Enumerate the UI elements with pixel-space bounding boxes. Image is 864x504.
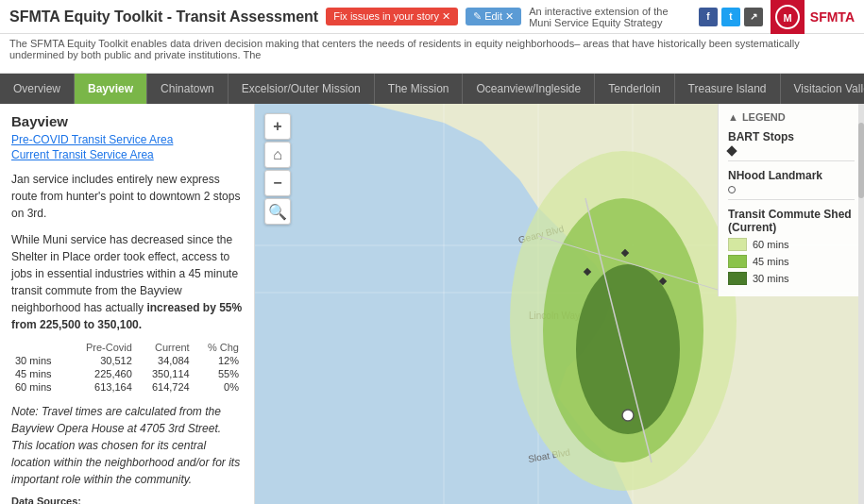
- table-row: 30 mins30,51234,08412%: [11, 354, 243, 367]
- cell-time: 30 mins: [11, 354, 67, 367]
- pre-covid-link[interactable]: Pre-COVID Transit Service Area: [11, 133, 243, 146]
- svg-point-15: [576, 264, 680, 434]
- legend-item-label: 30 mins: [753, 273, 789, 284]
- cell-pct: 12%: [194, 354, 243, 367]
- legend-item-label: 45 mins: [753, 256, 789, 267]
- col-current: Current: [136, 341, 194, 354]
- cell-current: 614,724: [136, 380, 194, 394]
- search-button[interactable]: 🔍: [264, 198, 291, 225]
- nav-tabs: OverviewBayviewChinatownExcelsior/Outer …: [0, 74, 864, 104]
- svg-point-19: [622, 410, 634, 421]
- cell-pre_covid: 225,460: [67, 367, 136, 380]
- zoom-in-button[interactable]: +: [264, 113, 291, 140]
- bart-stop-item: [728, 147, 855, 155]
- share-icon[interactable]: ↗: [744, 8, 763, 26]
- cell-time: 60 mins: [11, 380, 67, 394]
- nav-tab-overview[interactable]: Overview: [0, 74, 75, 104]
- nav-tab-the-mission[interactable]: The Mission: [375, 74, 464, 104]
- legend-item: 45 mins: [728, 255, 855, 268]
- map-controls: + ⌂ − 🔍: [264, 113, 291, 225]
- cell-time: 45 mins: [11, 367, 67, 380]
- main-content: Bayview Pre-COVID Transit Service Area C…: [0, 104, 864, 504]
- description-para2: While Muni service has decreased since t…: [11, 231, 243, 333]
- cell-pre_covid: 30,512: [67, 354, 136, 367]
- col-time: [11, 341, 67, 354]
- header-description: An interactive extension of the Muni Ser…: [529, 6, 691, 28]
- home-button[interactable]: ⌂: [264, 142, 291, 168]
- logo-box: M: [771, 0, 805, 34]
- svg-text:M: M: [783, 12, 791, 24]
- legend-item: 60 mins: [728, 238, 855, 251]
- cell-pct: 55%: [194, 367, 243, 380]
- legend-title: LEGEND: [742, 111, 786, 123]
- current-transit-link[interactable]: Current Transit Service Area: [11, 148, 243, 161]
- nav-tab-chinatown[interactable]: Chinatown: [147, 74, 229, 104]
- cell-current: 34,084: [136, 354, 194, 367]
- cell-pre_covid: 613,164: [67, 380, 136, 394]
- transit-shed-label: Transit Commute Shed (Current): [728, 208, 855, 234]
- legend-item-label: 60 mins: [753, 239, 789, 250]
- stats-table: Pre-Covid Current % Chg 30 mins30,51234,…: [11, 341, 243, 394]
- legend-header: ▲ LEGEND: [728, 111, 855, 123]
- header: SFMTA Equity Toolkit - Transit Assessmen…: [0, 0, 864, 34]
- data-sources-title: Data Sources:: [11, 496, 243, 504]
- col-pre-covid: Pre-Covid: [67, 341, 136, 354]
- sub-header: The SFMTA Equity Toolkit enables data dr…: [0, 34, 864, 74]
- nhood-landmark-label: NHood Landmark: [728, 169, 855, 182]
- nav-tab-bayview[interactable]: Bayview: [75, 74, 147, 104]
- legend-color-swatch: [728, 255, 747, 268]
- logo-text: SFMTA: [810, 9, 855, 25]
- neighborhood-title: Bayview: [11, 113, 243, 129]
- fix-issues-button[interactable]: Fix issues in your story ✕: [326, 8, 458, 25]
- legend-color-swatch: [728, 272, 747, 285]
- bart-stops-label: BART Stops: [728, 130, 855, 143]
- legend-color-swatch: [728, 238, 747, 251]
- facebook-icon[interactable]: f: [699, 8, 718, 26]
- zoom-out-button[interactable]: −: [264, 170, 291, 196]
- scrollbar-thumb[interactable]: [858, 123, 864, 198]
- page-title: SFMTA Equity Toolkit - Transit Assessmen…: [9, 8, 318, 25]
- twitter-icon[interactable]: t: [721, 8, 740, 26]
- map-area[interactable]: Geary Blvd Lincoln Way Sloat Blvd Skylin…: [255, 104, 864, 504]
- nav-tab-oceanview-ingleside[interactable]: Oceanview/Ingleside: [463, 74, 595, 104]
- left-panel: Bayview Pre-COVID Transit Service Area C…: [0, 104, 255, 504]
- nav-tab-visitacion-valley[interactable]: Visitacion Valley: [781, 74, 864, 104]
- nhood-landmark-item: [728, 186, 855, 193]
- note-text: Note: Travel times are calculated from t…: [11, 403, 243, 488]
- description-para1: Jan service includes entirely new expres…: [11, 171, 243, 222]
- cell-pct: 0%: [194, 380, 243, 394]
- legend-items: 60 mins45 mins30 mins: [728, 238, 855, 285]
- social-icons: f t ↗: [699, 8, 763, 26]
- col-pct: % Chg: [194, 341, 243, 354]
- nav-tab-tenderloin[interactable]: Tenderloin: [595, 74, 674, 104]
- table-row: 60 mins613,164614,7240%: [11, 380, 243, 394]
- sub-header-text: The SFMTA Equity Toolkit enables data dr…: [9, 38, 800, 60]
- sfmta-logo: M SFMTA: [771, 0, 855, 34]
- table-row: 45 mins225,460350,11455%: [11, 367, 243, 380]
- legend-item: 30 mins: [728, 272, 855, 285]
- nav-tab-treasure-island[interactable]: Treasure Island: [675, 74, 781, 104]
- bart-stop-diamond-icon: [726, 145, 737, 156]
- right-scrollbar[interactable]: [858, 104, 864, 504]
- legend: ▲ LEGEND BART Stops NHood Landmark Trans…: [718, 104, 864, 296]
- nav-tab-excelsior-outer-mission[interactable]: Excelsior/Outer Mission: [229, 74, 375, 104]
- nhood-landmark-dot-icon: [728, 186, 736, 193]
- legend-triangle-icon: ▲: [728, 111, 738, 123]
- cell-current: 350,114: [136, 367, 194, 380]
- edit-button[interactable]: ✎ Edit ✕: [466, 8, 521, 25]
